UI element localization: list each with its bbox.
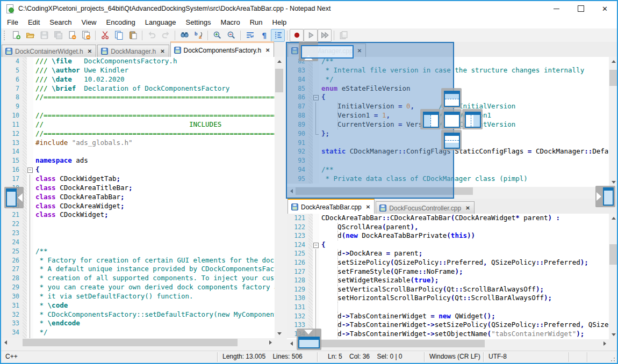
bookmark-margin[interactable]: [23, 220, 27, 229]
find-button[interactable]: [177, 29, 191, 42]
bookmark-margin[interactable]: [23, 328, 27, 337]
bookmark-margin[interactable]: [308, 249, 313, 258]
scroll-right-arrow[interactable]: [266, 338, 275, 347]
center-tab-indicator[interactable]: [441, 109, 462, 129]
fold-margin[interactable]: [27, 292, 33, 301]
close-button[interactable]: [65, 29, 79, 42]
undo-button[interactable]: [145, 29, 159, 42]
scroll-up-arrow[interactable]: [275, 57, 284, 66]
bookmark-margin[interactable]: [308, 294, 313, 303]
fold-margin[interactable]: [27, 111, 33, 120]
show-all-characters-button[interactable]: ¶: [257, 29, 271, 42]
scrollbar-thumb[interactable]: [609, 70, 617, 86]
bookmark-margin[interactable]: [23, 66, 27, 75]
toolbar-grip[interactable]: [4, 31, 7, 40]
scroll-up-arrow[interactable]: [609, 57, 618, 66]
bookmark-margin[interactable]: [23, 139, 27, 148]
menu-search[interactable]: Search: [45, 17, 76, 27]
bookmark-margin[interactable]: [308, 285, 313, 294]
tab-close-icon[interactable]: ✕: [160, 48, 164, 54]
bookmark-margin[interactable]: [23, 129, 27, 139]
bookmark-margin[interactable]: [23, 301, 27, 310]
bookmark-margin[interactable]: [23, 120, 27, 129]
fold-margin[interactable]: [27, 156, 33, 165]
fold-margin[interactable]: [313, 258, 319, 267]
tab-close-icon[interactable]: ✕: [465, 205, 470, 211]
macro-play-button[interactable]: [304, 29, 318, 42]
bookmark-margin[interactable]: [23, 292, 27, 301]
bookmark-margin[interactable]: [23, 229, 27, 238]
fold-margin[interactable]: [27, 328, 33, 337]
fold-margin[interactable]: [27, 84, 33, 93]
bookmark-margin[interactable]: [308, 267, 313, 276]
save-all-button[interactable]: [51, 29, 65, 42]
new-file-button[interactable]: [9, 29, 23, 42]
fold-margin[interactable]: [27, 57, 33, 66]
scroll-right-arrow[interactable]: [600, 339, 609, 348]
status-eol-format[interactable]: Windows (CR LF): [429, 351, 480, 363]
bookmark-margin[interactable]: [308, 214, 313, 223]
menu-settings[interactable]: Settings: [181, 17, 216, 27]
bottom-right-vertical-scrollbar[interactable]: [609, 214, 618, 339]
bookmark-margin[interactable]: [23, 274, 27, 283]
bookmark-margin[interactable]: [23, 93, 27, 102]
scroll-down-arrow[interactable]: [609, 330, 618, 339]
tab-dockcontainerwidget-h[interactable]: DockContainerWidget.h✕: [2, 45, 96, 57]
minimize-button[interactable]: [544, 1, 569, 16]
menu-help[interactable]: Help: [268, 17, 292, 27]
fold-margin[interactable]: [27, 102, 33, 111]
copy-button[interactable]: [112, 29, 126, 42]
fold-margin[interactable]: –: [313, 241, 319, 250]
macro-save-button[interactable]: [336, 29, 350, 42]
scroll-down-arrow[interactable]: [275, 329, 284, 338]
fold-margin[interactable]: [27, 301, 33, 310]
fold-margin[interactable]: [27, 139, 33, 148]
split-left-indicator[interactable]: [420, 109, 441, 129]
fold-margin[interactable]: [27, 256, 33, 265]
scroll-up-arrow[interactable]: [609, 214, 618, 223]
top-right-vertical-scrollbar[interactable]: [609, 57, 618, 187]
tab-dockareatabbar-cpp[interactable]: DockAreaTabBar.cpp✕: [288, 198, 375, 214]
fold-margin[interactable]: [27, 66, 33, 75]
fold-collapse-icon[interactable]: –: [27, 168, 33, 173]
dock-bottom-edge-indicator[interactable]: [297, 329, 321, 350]
bookmark-margin[interactable]: [308, 241, 313, 250]
bookmark-margin[interactable]: [23, 147, 27, 156]
bookmark-margin[interactable]: [308, 223, 313, 232]
bookmark-margin[interactable]: [23, 111, 27, 120]
fold-margin[interactable]: [27, 238, 33, 247]
bookmark-margin[interactable]: [23, 247, 27, 256]
fold-margin[interactable]: [27, 247, 33, 256]
bookmark-margin[interactable]: [308, 258, 313, 267]
dock-right-edge-indicator[interactable]: [595, 186, 615, 207]
close-all-button[interactable]: [79, 29, 93, 42]
fold-margin[interactable]: [313, 223, 319, 232]
fold-collapse-icon[interactable]: –: [313, 243, 319, 248]
zoom-out-button[interactable]: [224, 29, 238, 42]
resize-grip[interactable]: [608, 355, 615, 361]
bookmark-margin[interactable]: [23, 102, 27, 111]
bookmark-margin[interactable]: [23, 84, 27, 93]
fold-margin[interactable]: [313, 312, 319, 321]
bookmark-margin[interactable]: [23, 210, 27, 220]
left-horizontal-scrollbar[interactable]: [1, 338, 275, 347]
zoom-in-button[interactable]: [210, 29, 224, 42]
fold-margin[interactable]: [27, 174, 33, 184]
fold-margin[interactable]: [313, 285, 319, 294]
bookmark-margin[interactable]: [308, 303, 313, 312]
fold-margin[interactable]: –: [27, 165, 33, 174]
indent-guide-button[interactable]: [271, 29, 285, 42]
fold-margin[interactable]: [27, 147, 33, 156]
menu-run[interactable]: Run: [245, 17, 268, 27]
menu-language[interactable]: Language: [140, 17, 181, 27]
split-top-indicator[interactable]: [441, 88, 462, 108]
fold-margin[interactable]: [27, 220, 33, 229]
bookmark-margin[interactable]: [23, 238, 27, 247]
editor-dockcomponentsfactory[interactable]: 4/// \file DockComponentsFactory.h5/// \…: [1, 57, 275, 338]
fold-margin[interactable]: [27, 202, 33, 211]
menu-edit[interactable]: Edit: [23, 17, 45, 27]
fold-margin[interactable]: [27, 129, 33, 139]
bookmark-margin[interactable]: [308, 276, 313, 285]
fold-margin[interactable]: [27, 93, 33, 102]
paste-button[interactable]: [126, 29, 140, 42]
